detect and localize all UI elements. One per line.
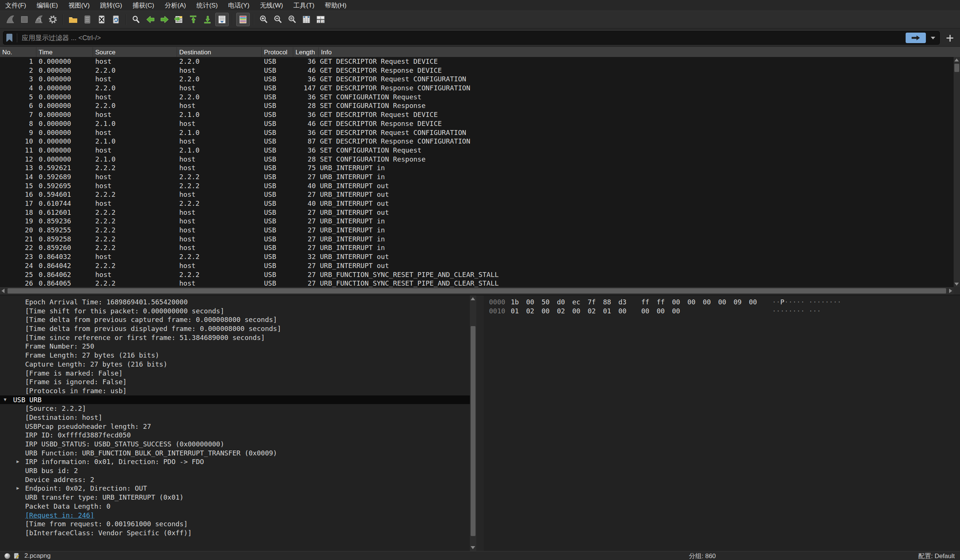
packet-row[interactable]: 60.0000002.2.0hostUSB28SET CONFIGURATION… [0,101,954,110]
detail-line[interactable]: [Time from request: 0.001961000 seconds] [0,520,470,528]
detail-line[interactable]: [Time shift for this packet: 0.000000000… [0,306,470,316]
packet-row[interactable]: 190.8592362.2.2hostUSB27URB_INTERRUPT in [0,217,954,226]
expert-info-icon[interactable] [5,553,10,559]
scroll-down-icon[interactable] [470,546,475,549]
column-header-no[interactable]: No. [0,47,36,57]
detail-line[interactable]: Frame Number: 250 [0,342,470,351]
packet-row[interactable]: 220.8592602.2.2hostUSB27URB_INTERRUPT in [0,243,954,252]
tree-collapsed-icon[interactable]: ▶ [16,484,19,493]
detail-line[interactable]: ▶Endpoint: 0x02, Direction: OUT [0,484,470,493]
display-filter-input[interactable] [21,34,906,42]
packet-row[interactable]: 20.0000002.2.0hostUSB46GET DESCRIPTOR Re… [0,66,954,75]
go-next-packet-button[interactable] [158,13,171,26]
menu-item-file[interactable]: 文件(F) [0,0,32,11]
display-filter-box[interactable] [3,31,940,45]
packet-row[interactable]: 140.592689host2.2.2USB27URB_INTERRUPT in [0,172,954,182]
detail-line[interactable]: Device address: 2 [0,475,470,484]
detail-line[interactable]: USBPcap pseudoheader length: 27 [0,422,470,431]
open-file-button[interactable] [67,13,80,26]
go-first-packet-button[interactable] [187,13,200,26]
find-packet-button[interactable] [130,13,142,26]
packet-row[interactable]: 130.5926212.2.2hostUSB75URB_INTERRUPT in [0,163,954,172]
detail-line[interactable]: IRP USBD_STATUS: USBD_STATUS_SUCCESS (0x… [0,440,470,449]
packet-row[interactable]: 10.000000host2.2.0USB36GET DESCRIPTOR Re… [0,57,954,66]
detail-line[interactable]: [Request in: 246] [0,511,470,520]
close-file-button[interactable] [95,13,108,26]
scroll-down-icon[interactable] [954,282,959,286]
reload-file-button[interactable] [109,13,122,26]
packet-row[interactable]: 170.610744host2.2.2USB40URB_INTERRUPT ou… [0,199,954,208]
packet-list-vscrollbar[interactable] [954,57,960,287]
go-to-packet-button[interactable] [173,13,185,26]
detail-line[interactable]: URB Function: URB_FUNCTION_BULK_OR_INTER… [0,449,470,458]
column-header-destination[interactable]: Destination [177,47,262,57]
packet-row[interactable]: 120.0000002.1.0hostUSB28SET CONFIGURATIO… [0,155,954,164]
menu-item-statistics[interactable]: 统计(S) [191,0,223,11]
stop-capture-button[interactable] [18,13,31,26]
details-vscrollbar[interactable] [470,295,476,551]
auto-scroll-button[interactable] [215,13,229,26]
packet-details-pane[interactable]: Epoch Arrival Time: 1689869401.565420000… [0,295,470,551]
packet-list-vscrollbar-thumb[interactable] [954,64,959,72]
detail-line[interactable]: [Frame is ignored: False] [0,377,470,386]
detail-line[interactable]: IRP ID: 0xffffd3887fecd050 [0,431,470,440]
detail-line[interactable]: [Destination: host] [0,413,470,422]
packet-row[interactable]: 240.8640422.2.2hostUSB27URB_INTERRUPT ou… [0,261,954,270]
menu-item-capture[interactable]: 捕获(C) [128,0,160,11]
detail-line[interactable]: URB transfer type: URB_INTERRUPT (0x01) [0,493,470,502]
menu-item-analyze[interactable]: 分析(A) [159,0,191,11]
menu-item-telephony[interactable]: 电话(Y) [223,0,255,11]
hex-dump-pane[interactable]: 00001b0050d0ec7f88d3ffff000000000900··P·… [484,295,960,551]
hex-row[interactable]: 00100102000200020100000000········ ··· [489,306,960,316]
packet-row[interactable]: 90.000000host2.1.0USB36GET DESCRIPTOR Re… [0,128,954,137]
packet-row[interactable]: 180.6126012.2.2hostUSB27URB_INTERRUPT ou… [0,208,954,217]
detail-line[interactable]: [Protocols in frame: usb] [0,386,470,396]
packet-row[interactable]: 200.8592552.2.2hostUSB27URB_INTERRUPT in [0,226,954,235]
filter-dropdown-button[interactable] [928,33,938,43]
save-file-button[interactable] [81,13,94,26]
packet-row[interactable]: 210.8592582.2.2hostUSB27URB_INTERRUPT in [0,235,954,244]
colorize-packets-button[interactable] [236,13,250,26]
packet-row[interactable]: 40.0000002.2.0hostUSB147GET DESCRIPTOR R… [0,84,954,93]
go-last-packet-button[interactable] [201,13,214,26]
apply-filter-button[interactable] [906,33,926,43]
packet-list-hscrollbar-thumb[interactable] [8,288,946,294]
column-header-length[interactable]: Length [293,47,319,57]
packet-row[interactable]: 50.000000host2.2.0USB36SET CONFIGURATION… [0,93,954,102]
hex-row[interactable]: 00001b0050d0ec7f88d3ffff000000000900··P·… [489,298,960,306]
go-previous-packet-button[interactable] [144,13,157,26]
layout-button[interactable]: 123 [314,13,327,26]
tree-collapsed-icon[interactable]: ▶ [16,457,19,466]
request-in-link[interactable]: [Request in: 246] [25,511,94,519]
detail-line[interactable]: [bInterfaceClass: Vendor Specific (0xff)… [0,528,470,538]
packet-row[interactable]: 150.592695host2.2.2USB40URB_INTERRUPT ou… [0,182,954,190]
scroll-left-icon[interactable] [2,289,5,293]
add-filter-button[interactable] [944,32,956,44]
column-header-info[interactable]: Info [319,47,960,57]
packet-row[interactable]: 30.000000host2.2.0USB36GET DESCRIPTOR Re… [0,75,954,84]
zoom-out-button[interactable] [272,13,284,26]
detail-line[interactable]: Capture Length: 27 bytes (216 bits) [0,360,470,369]
profile-button[interactable]: 配置: Default [918,552,955,560]
menu-item-go[interactable]: 跳转(G) [95,0,128,11]
detail-line[interactable]: Epoch Arrival Time: 1689869401.565420000 [0,298,470,306]
detail-line[interactable]: [Time delta from previous captured frame… [0,315,470,324]
capture-comment-icon[interactable] [13,552,20,559]
packet-row[interactable]: 80.0000002.1.0hostUSB46GET DESCRIPTOR Re… [0,119,954,128]
menu-item-edit[interactable]: 编辑(E) [32,0,63,11]
scroll-right-icon[interactable] [949,289,952,293]
packet-row[interactable]: 230.864032host2.2.2USB32URB_INTERRUPT ou… [0,252,954,261]
packet-row[interactable]: 100.0000002.1.0hostUSB87GET DESCRIPTOR R… [0,137,954,146]
packet-row[interactable]: 260.8640652.2.2hostUSB27URB_FUNCTION_SYN… [0,279,954,287]
menu-item-wireless[interactable]: 无线(W) [254,0,288,11]
menu-item-help[interactable]: 帮助(H) [320,0,352,11]
detail-line[interactable]: ▶IRP information: 0x01, Direction: PDO -… [0,457,470,466]
menu-item-view[interactable]: 视图(V) [63,0,95,11]
detail-line[interactable]: Packet Data Length: 0 [0,502,470,511]
packet-list-hscrollbar[interactable] [0,287,954,295]
details-vscrollbar-thumb[interactable] [470,326,475,536]
zoom-reset-button[interactable] [286,13,299,26]
zoom-in-button[interactable] [257,13,270,26]
column-header-source[interactable]: Source [93,47,177,57]
detail-line[interactable]: Frame Length: 27 bytes (216 bits) [0,351,470,360]
